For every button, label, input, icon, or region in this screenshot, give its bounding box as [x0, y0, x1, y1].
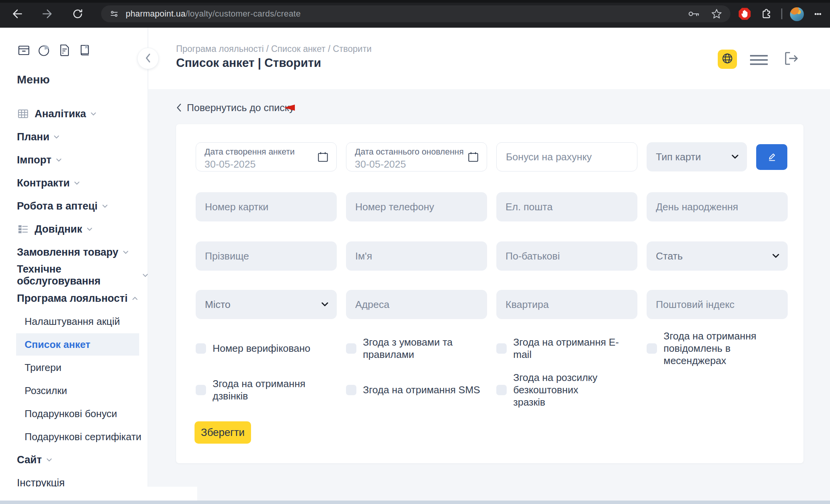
language-globe-button[interactable] [718, 50, 737, 69]
gender-label: Стать [656, 250, 683, 262]
phone-input[interactable] [346, 192, 487, 221]
last-name-input[interactable] [196, 241, 337, 271]
chevron-down-icon [102, 205, 108, 208]
url-host: pharmapoint.ua [126, 9, 186, 18]
sidebar-item-gift-bonuses[interactable]: Подарункові бонуси [0, 402, 148, 425]
checkbox-icon[interactable] [647, 343, 657, 354]
document-icon[interactable] [58, 43, 72, 59]
chevron-down-icon [47, 458, 52, 462]
url-bar[interactable]: pharmapoint.ua/loyalty/customer-cards/cr… [101, 5, 730, 22]
sidebar-item-label: Розсилки [25, 385, 67, 397]
card-type-select[interactable]: Тип карти [647, 142, 747, 171]
checkbox-sms-consent[interactable]: Згода на отримання SMS [346, 374, 484, 405]
checkbox-messenger-consent[interactable]: Згода на отримання повідомлень в месендж… [647, 333, 781, 364]
chevron-down-icon [91, 112, 96, 116]
menu-title: Меню [17, 73, 50, 86]
page-title: Список анкет | Створити [176, 56, 321, 70]
date-created-value: 30-05-2025 [205, 158, 329, 170]
sidebar-collapse-button[interactable] [137, 48, 159, 69]
sidebar-item-maintenance[interactable]: Технічне обслуговування [0, 264, 148, 287]
sidebar-item-site[interactable]: Сайт [0, 448, 148, 471]
browser-forward-button[interactable] [41, 8, 53, 20]
reload-icon [72, 15, 84, 21]
sidebar-item-goods-order[interactable]: Замовлення товару [0, 241, 148, 264]
card-type-label: Тип карти [656, 151, 701, 163]
city-label: Місто [205, 299, 231, 311]
sidebar-item-analytics[interactable]: Аналітика [0, 102, 148, 125]
address-input[interactable] [346, 290, 487, 319]
edit-card-type-button[interactable] [756, 144, 787, 170]
sidebar-item-mailings[interactable]: Розсилки [0, 379, 148, 402]
checkbox-icon[interactable] [196, 343, 206, 354]
toolbar-separator [781, 8, 782, 19]
edit-pencil-icon [766, 150, 778, 164]
checkbox-icon[interactable] [196, 385, 206, 395]
sidebar-item-promo-settings[interactable]: Налаштування акцій [0, 310, 148, 333]
screen: pharmapoint.ua/loyalty/customer-cards/cr… [0, 0, 830, 504]
red-annotation-arrow [283, 104, 479, 113]
chevron-down-icon [54, 135, 59, 139]
chevron-down-icon [143, 274, 148, 277]
first-name-input[interactable] [346, 241, 487, 271]
bonuses-input[interactable] [496, 142, 637, 171]
date-updated-field[interactable]: Дата останнього оновлення анк... 30-05-2… [346, 142, 487, 171]
password-key-icon[interactable] [687, 8, 700, 20]
browser-reload-button[interactable] [72, 8, 84, 20]
browser-chrome: pharmapoint.ua/loyalty/customer-cards/cr… [0, 0, 830, 28]
checkbox-calls-consent[interactable]: Згода на отримання дзвінків [196, 374, 334, 405]
sidebar-item-import[interactable]: Імпорт [0, 148, 148, 171]
checkbox-number-verified[interactable]: Номер верифіковано [196, 333, 334, 364]
gender-select[interactable]: Стать [647, 241, 788, 271]
checkbox-icon[interactable] [346, 385, 356, 395]
sidebar-item-triggers[interactable]: Тригери [0, 356, 148, 379]
horizontal-scrollbar[interactable] [0, 501, 830, 504]
apartment-input[interactable] [496, 290, 637, 319]
back-link-label: Повернутись до списку [187, 102, 294, 114]
card-number-input[interactable] [196, 192, 337, 221]
logout-button[interactable] [782, 49, 801, 69]
sidebar-item-loyalty-program[interactable]: Програма лояльності [0, 287, 148, 310]
checkbox-icon[interactable] [496, 385, 507, 395]
sidebar-item-contracts[interactable]: Контракти [0, 171, 148, 195]
postal-code-input[interactable] [647, 290, 788, 319]
back-to-list-link[interactable]: Повернутись до списку [176, 101, 294, 115]
browser-menu-icon[interactable] [814, 8, 821, 20]
save-button[interactable]: Зберегти [195, 421, 251, 444]
checkbox-email-consent[interactable]: Згода на отримання E-mail [496, 333, 635, 364]
email-input[interactable] [496, 192, 637, 221]
sidebar-item-gift-certificates[interactable]: Подарункові сертифікати [0, 425, 148, 448]
book-icon[interactable] [78, 43, 91, 59]
archive-box-icon[interactable] [17, 43, 31, 59]
menu-lines-icon[interactable] [750, 52, 768, 66]
date-created-field[interactable]: Дата створення анкети 30-05-2025 [196, 142, 337, 171]
sidebar-item-plans[interactable]: Плани [0, 125, 148, 148]
forward-icon [41, 15, 53, 21]
calendar-icon[interactable] [467, 150, 480, 165]
birthday-input[interactable] [647, 192, 788, 221]
checkbox-free-samples-consent[interactable]: Згода на розсилку безкоштовних зразків [496, 374, 612, 405]
calendar-icon[interactable] [316, 150, 329, 165]
page-header: Програма лояльності / Список анкет / Ств… [148, 28, 830, 89]
browser-back-button[interactable] [11, 8, 23, 20]
sidebar: Меню Аналітика Плани Імпорт Контракти Ро… [0, 28, 148, 504]
middle-name-input[interactable] [496, 241, 637, 271]
sidebar-item-pharmacy-work[interactable]: Робота в аптеці [0, 195, 148, 218]
profile-avatar[interactable] [790, 7, 804, 21]
sidebar-item-customer-cards[interactable]: Список анкет [0, 333, 148, 356]
bookmark-star-icon[interactable] [710, 8, 723, 20]
checkbox-terms-agreement[interactable]: Згода з умовами та правилами [346, 333, 484, 364]
extensions-icon[interactable] [760, 8, 772, 20]
customer-card-form: Дата створення анкети 30-05-2025 Дата ос… [176, 124, 803, 463]
checkbox-icon[interactable] [496, 343, 507, 354]
site-settings-icon[interactable] [108, 8, 120, 20]
adblock-extension-icon[interactable] [738, 7, 752, 21]
table-grid-icon [17, 108, 29, 120]
sidebar-item-directory[interactable]: Довідник [0, 218, 148, 241]
sidebar-item-label: Плани [17, 131, 49, 143]
sidebar-item-label: Робота в аптеці [17, 200, 98, 212]
pie-chart-icon[interactable] [37, 43, 52, 59]
city-select[interactable]: Місто [196, 290, 337, 319]
window-top-edge [0, 0, 830, 3]
checkbox-icon[interactable] [346, 343, 356, 354]
url-path: /loyalty/customer-cards/create [186, 9, 301, 18]
